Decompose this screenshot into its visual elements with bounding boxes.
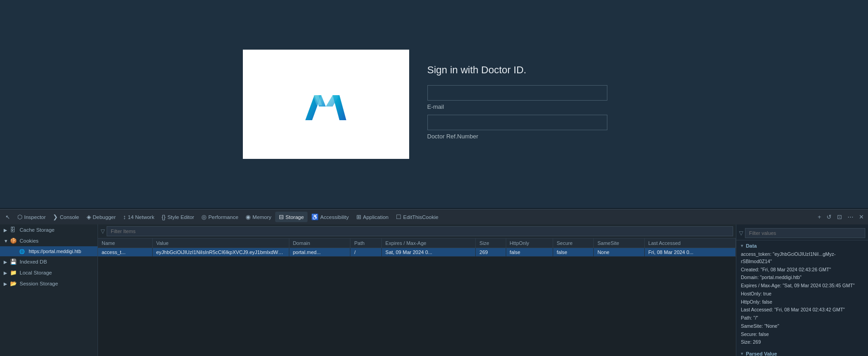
detail-key-9: Secure:: [741, 331, 757, 337]
debugger-icon: ◈: [87, 214, 91, 220]
col-httponly: HttpOnly: [506, 239, 553, 248]
sidebar-item-session-storage[interactable]: ▶ 📂 Session Storage: [0, 278, 98, 289]
detail-access-token: access_token: "eyJhbGciOiJIUzI1NiI...gMy…: [740, 250, 864, 266]
detail-key-3: Expires / Max-Age:: [741, 283, 781, 288]
sidebar-item-cookies-portal[interactable]: 🌐 https://portal.meddigi.htb: [0, 246, 98, 256]
cell-name: access_t...: [98, 248, 152, 257]
detail-httponly: HttpOnly: false: [740, 298, 864, 306]
session-storage-folder-icon: 📂: [10, 280, 17, 287]
detail-val-8: "None": [764, 323, 779, 329]
col-domain: Domain: [289, 239, 350, 248]
close-button[interactable]: ✕: [857, 212, 866, 222]
sidebar-item-local-storage[interactable]: ▶ 📁 Local Storage: [0, 267, 98, 278]
data-section-header: Data: [740, 242, 864, 249]
tab-application[interactable]: ⊞ Application: [353, 212, 392, 222]
indexed-db-label: Indexed DB: [20, 259, 94, 264]
cookies-folder-icon: 🍪: [10, 238, 17, 244]
tab-console-label: Console: [60, 214, 79, 220]
doctor-ref-input[interactable]: [427, 115, 607, 130]
style-editor-icon: {}: [162, 214, 166, 220]
login-title: Sign in with Doctor ID.: [427, 64, 607, 76]
storage-icon: ⊟: [279, 214, 284, 220]
tab-debugger[interactable]: ◈ Debugger: [83, 212, 120, 222]
detail-val-7: "/": [753, 315, 758, 320]
detail-key-1: Created:: [741, 267, 759, 272]
detail-size: Size: 269: [740, 338, 864, 346]
tab-debugger-label: Debugger: [93, 214, 116, 220]
tab-memory[interactable]: ◉ Memory: [242, 212, 275, 222]
details-panel: ▽ Data access_token: "eyJhbGciOiJIUzI1Ni…: [736, 224, 868, 356]
tab-network[interactable]: ↕ 14 Network: [119, 212, 158, 222]
cell-domain: portal.med...: [289, 248, 350, 257]
cell-secure: false: [553, 248, 593, 257]
cookie-table-area: ▽ Name Value Domain Path Expires / Max-A…: [98, 224, 736, 356]
col-path: Path: [350, 239, 381, 248]
parsed-value-section: Parsed Value ▼ ▾ access_token: Array 0: …: [736, 348, 868, 356]
detail-hostonly: HostOnly: true: [740, 290, 864, 298]
cookies-portal-label: https://portal.meddigi.htb: [29, 249, 94, 254]
detail-val-3: "Sat, 09 Mar 2024 02:35:45 GMT": [783, 283, 855, 288]
more-button[interactable]: ⋯: [845, 212, 856, 222]
cell-value: eyJhbGciOiJIUzI1NiIsInR5cCI6IkpXVCJ9.eyJ…: [152, 248, 289, 257]
cache-storage-expand-icon: ▶: [4, 228, 10, 233]
detail-key-6: Last Accessed:: [741, 307, 773, 312]
detail-key-7: Path:: [741, 315, 752, 320]
tab-storage-label: Storage: [286, 214, 304, 220]
performance-icon: ◎: [201, 214, 206, 220]
cell-path: /: [350, 248, 381, 257]
sidebar-item-cache-storage[interactable]: ▶ 🗄 Cache Storage: [0, 224, 98, 235]
parsed-value-label: Parsed Value: [746, 351, 777, 356]
network-icon: ↕: [123, 214, 126, 220]
tab-memory-label: Memory: [252, 214, 272, 220]
local-storage-folder-icon: 📁: [10, 270, 17, 276]
devtools-pointer-button[interactable]: ↖: [2, 212, 14, 222]
data-section-label: Data: [746, 243, 757, 249]
indexed-db-expand-icon: ▶: [4, 259, 10, 264]
tab-style-editor-label: Style Editor: [167, 214, 194, 220]
detail-val-10: 269: [753, 339, 761, 345]
tab-storage[interactable]: ⊟ Storage: [275, 212, 308, 222]
tab-performance[interactable]: ◎ Performance: [198, 212, 242, 222]
refresh-button[interactable]: ↺: [824, 212, 834, 222]
dock-button[interactable]: ⊡: [835, 212, 844, 222]
tab-application-label: Application: [363, 214, 389, 220]
cookies-label: Cookies: [20, 238, 94, 244]
add-button[interactable]: +: [815, 212, 823, 222]
filter-items-input[interactable]: [107, 226, 733, 236]
col-samesite: SameSite: [594, 239, 645, 248]
detail-val-4: true: [763, 291, 771, 296]
tab-accessibility-label: Accessibility: [320, 214, 349, 220]
detail-val-2: "portal.meddigi.htb": [760, 275, 801, 280]
details-filter-bar: ▽: [736, 226, 868, 240]
sidebar-item-cookies[interactable]: ▼ 🍪 Cookies: [0, 235, 98, 246]
col-last-accessed: Last Accessed: [644, 239, 735, 248]
detail-secure: Secure: false: [740, 331, 864, 339]
session-storage-label: Session Storage: [20, 281, 94, 286]
table-row[interactable]: access_t... eyJhbGciOiJIUzI1NiIsInR5cCI6…: [98, 248, 736, 257]
tab-console[interactable]: ❯ Console: [49, 212, 82, 222]
page-container: Sign in with Doctor ID. E-mail Doctor Re…: [0, 0, 868, 208]
tab-accessibility[interactable]: ♿ Accessibility: [308, 212, 353, 222]
cache-storage-folder-icon: 🗄: [10, 227, 17, 233]
email-input[interactable]: [427, 85, 607, 101]
filter-icon: ▽: [101, 228, 105, 234]
detail-key-0: access_token:: [741, 251, 771, 257]
sidebar-item-indexed-db[interactable]: ▶ 💾 Indexed DB: [0, 256, 98, 267]
tab-editthiscookie[interactable]: ☐ EditThisCookie: [392, 212, 442, 222]
filter-values-input[interactable]: [745, 228, 865, 238]
detail-key-4: HostOnly:: [741, 291, 762, 296]
tab-inspector[interactable]: ⬡ Inspector: [14, 212, 49, 222]
cell-samesite: None: [594, 248, 645, 257]
parsed-value-header: Parsed Value: [740, 350, 864, 356]
parsed-value-toggle[interactable]: [740, 351, 744, 356]
tab-style-editor[interactable]: {} Style Editor: [158, 212, 198, 222]
devtools-body: ▶ 🗄 Cache Storage ▼ 🍪 Cookies 🌐 https://…: [0, 224, 868, 356]
indexed-db-folder-icon: 💾: [10, 259, 17, 265]
cookies-portal-icon: 🌐: [19, 249, 26, 254]
email-label: E-mail: [427, 103, 607, 110]
data-section-toggle[interactable]: [740, 244, 744, 248]
col-name: Name: [98, 239, 152, 248]
editthiscookie-icon: ☐: [396, 214, 401, 220]
detail-created: Created: "Fri, 08 Mar 2024 02:43:26 GMT": [740, 266, 864, 274]
local-storage-expand-icon: ▶: [4, 270, 10, 275]
